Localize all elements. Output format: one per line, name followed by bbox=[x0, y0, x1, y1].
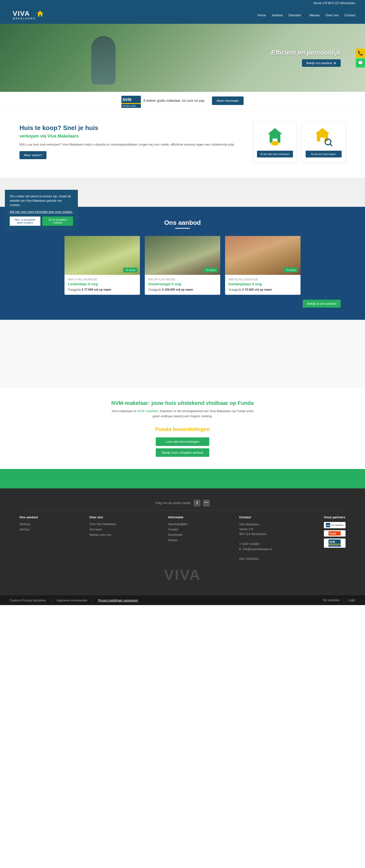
cookie-banner: Om u beter van dienst te kunnen zijn, ma… bbox=[5, 190, 78, 230]
property-card-2: Te koop 9541 BH VLAGTWEDDE Oostersingel … bbox=[145, 236, 220, 295]
nvm-makelaar-link[interactable]: NVM makelaar bbox=[137, 409, 158, 413]
meer-weten-button[interactable]: Meer weten? bbox=[20, 151, 47, 159]
cookie-link[interactable]: Klik hier voor meer informatie over onze… bbox=[10, 210, 73, 214]
te-koop-badge-2: Te koop bbox=[203, 268, 218, 272]
svg-text:NVM: NVM bbox=[123, 98, 132, 102]
bottom-links: Cookie & Privacy disclaimer | Algemene v… bbox=[10, 598, 138, 602]
sell-house-button[interactable]: Ik wil mijn huis verkopen bbox=[257, 151, 293, 157]
nav-item-aanbod[interactable]: Aanbod bbox=[272, 13, 283, 17]
nav-item-nieuws[interactable]: Nieuws bbox=[310, 13, 320, 17]
nav-item-over-ons[interactable]: Over ons bbox=[326, 13, 338, 17]
property-postal-2: 9541 BH VLAGTWEDDE bbox=[148, 278, 217, 281]
footer-address-2: 9671 EX Winschoten bbox=[239, 532, 266, 536]
middle-section: Huis te koop? Snel je huis verkopen via … bbox=[0, 110, 365, 178]
footer-col-informatie: Informatie Openingstijden Contact Downlo… bbox=[168, 516, 188, 562]
bottom-link-cookie[interactable]: Cookie & Privacy disclaimer bbox=[10, 598, 46, 602]
whatsapp-side-button[interactable]: 💬 bbox=[356, 58, 365, 67]
footer-link-verkoop[interactable]: Verkoop bbox=[20, 522, 38, 526]
svg-marker-0 bbox=[37, 11, 43, 17]
cookie-accept-button[interactable]: Ja, ik accepteer cookies bbox=[43, 217, 73, 226]
nav-item-diensten[interactable]: Diensten ▾ bbox=[289, 13, 304, 17]
footer-link-nieuws[interactable]: Nieuws bbox=[168, 538, 188, 542]
funda-beoordelingen-title: Funda beoordelingen bbox=[20, 426, 345, 433]
property-price-1: Vraagprijs € 77.500 vrij op naam bbox=[68, 288, 137, 291]
te-koop-badge-3: Te koop bbox=[284, 268, 298, 272]
social-bar: Volg ons op social media: f 📷 bbox=[20, 496, 345, 510]
footer-col-aanbod: Ons aanbod Verkoop Verhuur bbox=[20, 516, 38, 562]
house-subtitle: verkopen via Viva Makelaars bbox=[20, 134, 246, 139]
service-cards: Ik wil mijn huis verkopen Ik wil een hui… bbox=[253, 122, 345, 162]
svg-text:NVM: NVM bbox=[326, 524, 330, 527]
svg-text:MAKELAARS: MAKELAARS bbox=[123, 105, 136, 107]
footer-link-openingstijden[interactable]: Openingstijden bbox=[168, 522, 188, 526]
hero-cta-button[interactable]: Bekijk ons aanbod bbox=[302, 59, 341, 67]
instagram-icon[interactable]: 📷 bbox=[203, 500, 210, 506]
buy-house-icon bbox=[306, 127, 342, 147]
lees-beoordelingen-button[interactable]: Lees alle beoordelingen bbox=[156, 437, 209, 446]
nav-item-contact[interactable]: Contact bbox=[344, 13, 355, 17]
nvm-logo: NVM MAKELAARS bbox=[121, 96, 136, 105]
footer-col-over-ons: Over ons Over Viva Makelaars Ons team Kl… bbox=[89, 516, 116, 562]
main-nav: VIVA MAKELAARS Home Aanbod Diensten ▾ Ni… bbox=[0, 6, 365, 24]
phone-side-button[interactable]: 📞 bbox=[356, 49, 365, 58]
logo-viva-text: VIVA MAKELAARS bbox=[13, 10, 35, 20]
top-bar: Venne 178 9671 EX Winschoten bbox=[0, 0, 365, 6]
footer-columns: Ons aanbod Verkoop Verhuur Over ons Over… bbox=[20, 516, 345, 562]
hero-title: Efficiënt en persoonlijk bbox=[271, 49, 341, 56]
property-image-1: Te koop bbox=[64, 236, 140, 275]
property-price-2: Vraagprijs € 109.000 vrij op naam bbox=[148, 288, 217, 291]
footer-dark: Volg ons op social media: f 📷 Ons aanbod… bbox=[0, 489, 365, 595]
login-link[interactable]: Login bbox=[348, 598, 355, 602]
bottom-bar: Cookie & Privacy disclaimer | Algemene v… bbox=[0, 595, 365, 605]
property-name-3: Kastanjelaan 0 ong bbox=[228, 282, 297, 286]
svg-point-7 bbox=[272, 142, 278, 145]
footer-email: E: info@vivamakelaars.nl bbox=[239, 548, 272, 551]
buy-house-button[interactable]: Ik wil een huis kopen bbox=[306, 151, 342, 157]
bottom-link-privacy[interactable]: Privacy instellingen aanpassen bbox=[98, 598, 138, 602]
footer-col-contact: Contact Viva Makelaars Venne 178 9671 EX… bbox=[239, 516, 272, 562]
property-cards: Te koop 9695 GT BELLINGWOLDE Lindenlaan … bbox=[15, 236, 350, 295]
svg-text:MAKELAARS: MAKELAARS bbox=[330, 545, 338, 547]
partner-logos: NVM NC-websites funda NVMMAKELAARS bbox=[324, 522, 345, 548]
footer-link-downloads[interactable]: Downloads bbox=[168, 533, 188, 536]
nvm-bar: NVM MAKELAARS 8 weken gratis makelaar, n… bbox=[0, 92, 365, 110]
funda-buttons: Lees alle beoordelingen Bekijk onze comp… bbox=[20, 437, 345, 457]
nvm-logo-footer: NVMMAKELAARS bbox=[324, 538, 345, 548]
meer-informatie-button[interactable]: Meer informatie bbox=[212, 96, 244, 105]
bottom-right: NC-websites | Login bbox=[323, 598, 355, 602]
nc-websites-link[interactable]: NC-websites bbox=[323, 598, 339, 602]
separator-1: | bbox=[51, 598, 52, 602]
service-card-sell: Ik wil mijn huis verkopen bbox=[253, 122, 297, 162]
side-buttons: 📞 💬 bbox=[356, 49, 365, 67]
footer-link-ons-team[interactable]: Ons team bbox=[89, 527, 116, 531]
logo-box: VIVA MAKELAARS bbox=[10, 8, 47, 22]
separator-2: | bbox=[92, 598, 93, 602]
hero-section: Efficiënt en persoonlijk Bekijk ons aanb… bbox=[0, 24, 365, 92]
house-description: Wilt u uw huis snel verkopen? Viva Makel… bbox=[20, 142, 246, 147]
bottom-link-algemene[interactable]: Algemene voorwaarden bbox=[56, 598, 87, 602]
sell-house-icon bbox=[257, 127, 293, 147]
facebook-icon[interactable]: f bbox=[194, 500, 200, 506]
footer-link-klanten[interactable]: Klanten over ons bbox=[89, 533, 116, 536]
footer-link-over-viva[interactable]: Over Viva Makelaars bbox=[89, 522, 116, 526]
social-label: Volg ons op social media: bbox=[155, 501, 191, 505]
footer-link-contact[interactable]: Contact bbox=[168, 527, 188, 531]
logo-house-icon bbox=[36, 10, 44, 17]
cookie-text: Om u beter van dienst te kunnen zijn, ma… bbox=[10, 194, 73, 207]
footer-link-verhuur[interactable]: Verhuur bbox=[20, 527, 38, 531]
bekijk-aanbod-button[interactable]: Bekijk al ons aanbod bbox=[303, 300, 341, 308]
te-koop-badge-1: Te koop bbox=[123, 268, 138, 272]
svg-line-10 bbox=[330, 144, 332, 146]
hero-content: Efficiënt en persoonlijk Bekijk ons aanb… bbox=[271, 49, 365, 67]
property-image-2: Te koop bbox=[145, 236, 220, 275]
footer-contact-title: Contact bbox=[239, 516, 272, 519]
bekijk-complete-aanbod-button[interactable]: Bekijk onze complete aanbod bbox=[156, 448, 209, 457]
property-info-3: 9695 GE BELLINGWOLDE Kastanjelaan 0 ong … bbox=[225, 275, 301, 295]
property-info-1: 9695 GT BELLINGWOLDE Lindenlaan 0 ong Vr… bbox=[64, 275, 140, 295]
footer-col-partners: Onze partners NVM NC-websites funda NVMM… bbox=[324, 516, 345, 562]
property-postal-3: 9695 GE BELLINGWOLDE bbox=[228, 278, 297, 281]
nav-item-home[interactable]: Home bbox=[257, 13, 266, 17]
cookie-reject-button[interactable]: Nee, ik accepteer geen cookies bbox=[10, 217, 40, 226]
svg-rect-17 bbox=[329, 544, 341, 545]
property-name-2: Oostersingel 0 ong bbox=[148, 282, 217, 286]
